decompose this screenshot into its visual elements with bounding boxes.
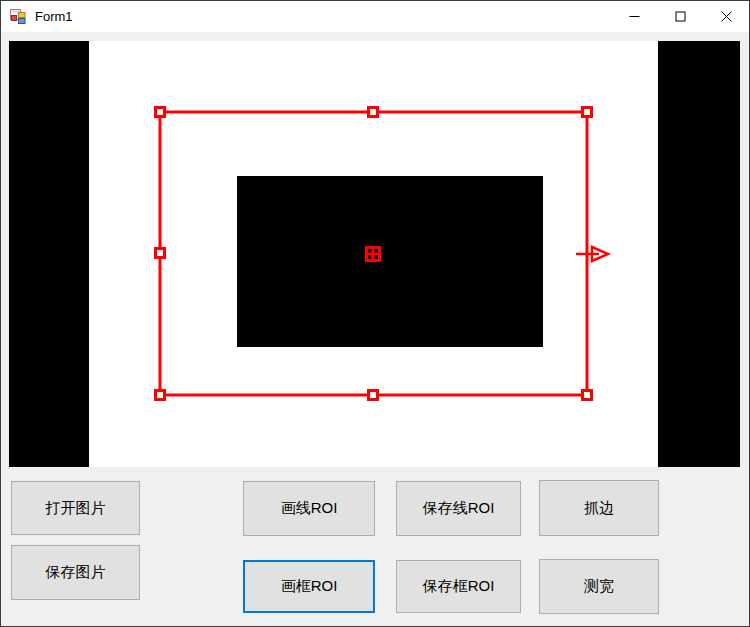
roi-handle[interactable] (583, 391, 592, 400)
image-black-region (658, 41, 740, 467)
save-rect-roi-button[interactable]: 保存框ROI (396, 560, 521, 613)
roi-handle[interactable] (369, 391, 378, 400)
maximize-button[interactable] (657, 1, 703, 32)
roi-handle[interactable] (583, 108, 592, 117)
draw-line-roi-button[interactable]: 画线ROI (243, 481, 375, 536)
caption-buttons (611, 1, 749, 32)
minimize-button[interactable] (611, 1, 657, 32)
open-image-button[interactable]: 打开图片 (11, 481, 140, 535)
image-black-region (9, 41, 89, 467)
picture-canvas[interactable] (9, 41, 740, 467)
picture-box[interactable] (9, 41, 740, 467)
grab-edge-button[interactable]: 抓边 (539, 480, 659, 536)
window-title: Form1 (35, 9, 73, 24)
roi-handle[interactable] (369, 108, 378, 117)
close-icon (721, 11, 732, 22)
save-line-roi-button[interactable]: 保存线ROI (396, 481, 521, 536)
roi-handle[interactable] (156, 391, 165, 400)
titlebar: Form1 (1, 1, 749, 32)
maximize-icon (675, 11, 686, 22)
form-window: Form1 打开图片 保存图片 画线ROI (0, 0, 750, 627)
draw-rect-roi-button[interactable]: 画框ROI (243, 560, 375, 613)
close-button[interactable] (703, 1, 749, 32)
app-icon (10, 9, 26, 25)
minimize-icon (629, 11, 640, 22)
roi-handle[interactable] (156, 249, 165, 258)
save-image-button[interactable]: 保存图片 (11, 545, 140, 600)
image-black-region (237, 176, 543, 347)
measure-width-button[interactable]: 测宽 (539, 559, 659, 614)
roi-handle[interactable] (156, 108, 165, 117)
